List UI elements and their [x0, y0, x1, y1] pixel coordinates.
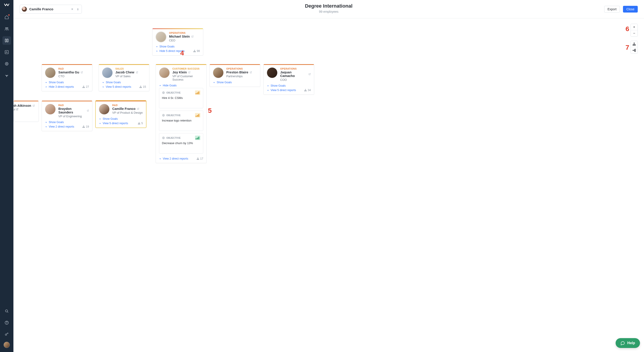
nav-analytics[interactable] — [2, 48, 11, 56]
person-name: Joy Klein — [172, 71, 187, 74]
person-card[interactable]: R&D Braydon Saunders VP of Engineering S… — [42, 101, 92, 131]
notification-dot-icon — [8, 14, 10, 16]
nav-home[interactable] — [2, 13, 11, 22]
dept-label: OPERATIONS — [169, 32, 194, 34]
external-link-icon[interactable] — [191, 35, 194, 38]
svg-rect-59 — [634, 45, 634, 46]
external-link-icon[interactable] — [136, 71, 138, 74]
objective-text: Hire 4 Sr. CSMs — [162, 96, 200, 100]
help-widget[interactable]: Help — [616, 338, 640, 348]
svg-rect-24 — [194, 52, 194, 52]
toggle-reports-link[interactable]: Hide 5 direct reports — [156, 50, 185, 53]
svg-rect-57 — [634, 43, 634, 44]
org-chart-canvas[interactable]: OPERATIONS Michael Stein CEO Show Goals … — [14, 18, 644, 352]
nav-goals[interactable] — [2, 60, 11, 68]
export-button[interactable]: Export — [604, 6, 620, 13]
objective-status-icon — [195, 90, 200, 95]
person-name: Samantha Gu — [58, 71, 79, 74]
toggle-reports-link[interactable]: Hide 3 direct reports — [45, 85, 74, 88]
person-card[interactable]: R&D Samantha Gu CTO Show Goals Hide 3 di… — [42, 64, 92, 91]
total-reports: 34 — [304, 89, 311, 92]
svg-point-35 — [162, 92, 164, 94]
target-icon — [162, 91, 165, 94]
dept-label: SALES — [116, 67, 138, 70]
person-title: CEO — [169, 39, 194, 42]
person-title: COO — [280, 78, 311, 82]
external-link-icon[interactable] — [250, 71, 252, 74]
picker-caret-icon[interactable]: ▴ ▾ — [76, 8, 80, 11]
toggle-reports-link[interactable]: View 5 direct reports — [102, 85, 131, 88]
dept-label: OPERATIONS — [280, 67, 311, 70]
picker-clear-button[interactable]: ✕ — [70, 8, 74, 11]
toggle-reports-link[interactable]: View 5 direct reports — [99, 122, 128, 125]
external-link-icon[interactable] — [32, 105, 35, 107]
total-reports: 5 — [138, 122, 143, 125]
focus-person-picker[interactable]: Camille Franco ✕ ▴ ▾ — [20, 5, 82, 14]
top-bar: Camille Franco ✕ ▴ ▾ Degree Internationa… — [14, 0, 644, 18]
zoom-controls: + − — [630, 24, 638, 37]
external-link-icon[interactable] — [188, 71, 190, 74]
nav-people[interactable] — [2, 25, 11, 33]
objective-card[interactable]: OBJECTIVE Increase logo retention — [159, 111, 203, 131]
show-goals-link[interactable]: Show Goals — [102, 81, 146, 84]
nav-help[interactable] — [2, 318, 11, 327]
show-goals-link[interactable]: Show Goals — [45, 81, 89, 84]
svg-rect-53 — [139, 122, 139, 123]
close-button[interactable]: Close — [623, 6, 638, 13]
view-tree-button[interactable] — [631, 41, 638, 47]
show-goals-link[interactable]: Show Goals — [213, 81, 257, 84]
user-avatar[interactable] — [4, 342, 10, 348]
toggle-reports-link[interactable]: View 5 direct reports — [267, 89, 296, 92]
svg-rect-41 — [198, 158, 198, 158]
external-link-icon[interactable] — [87, 109, 89, 112]
nav-org-chart[interactable] — [2, 36, 11, 45]
view-horizontal-button[interactable] — [631, 47, 638, 54]
app-logo-icon — [4, 3, 10, 7]
svg-rect-60 — [635, 45, 636, 46]
toggle-reports-link[interactable]: View 2 direct reports — [45, 125, 74, 128]
person-card[interactable]: SALES Jacob Chew VP of Sales Show Goals … — [98, 64, 149, 91]
objective-status-icon — [195, 136, 200, 140]
person-title: of IT — [14, 108, 35, 111]
svg-rect-47 — [305, 91, 306, 91]
svg-rect-23 — [194, 50, 195, 51]
chat-icon — [620, 341, 625, 345]
dept-label: R&D — [58, 104, 89, 107]
svg-rect-30 — [84, 88, 85, 88]
show-goals-link[interactable]: Show Goals — [45, 121, 89, 124]
person-card[interactable]: OPERATIONS Jaquan Camacho COO Show Goals… — [264, 64, 314, 95]
zoom-out-button[interactable]: − — [631, 30, 638, 37]
hide-goals-link[interactable]: Hide Goals — [159, 84, 203, 87]
person-card[interactable]: OPERATIONS Preston Blaire Partnerships S… — [210, 64, 260, 87]
svg-rect-25 — [194, 52, 195, 52]
external-link-icon[interactable] — [308, 73, 311, 75]
nav-growth[interactable] — [2, 71, 11, 80]
objective-card[interactable]: OBJECTIVE Decrease churn by 13% — [159, 133, 203, 154]
employee-count: 99 employees — [305, 10, 353, 14]
total-reports: 98 — [193, 50, 200, 53]
person-card-clipped[interactable]: ah Atkinson of IT — [14, 101, 39, 122]
objective-text: Decrease churn by 13% — [162, 141, 200, 145]
person-name: Preston Blaire — [226, 71, 248, 74]
avatar-icon — [213, 67, 224, 78]
toggle-reports-link[interactable]: View 2 direct reports — [159, 157, 188, 160]
objective-card[interactable]: OBJECTIVE Hire 4 Sr. CSMs — [159, 88, 203, 108]
svg-rect-42 — [197, 159, 198, 160]
person-card-root[interactable]: OPERATIONS Michael Stein CEO Show Goals … — [152, 28, 203, 56]
external-link-icon[interactable] — [80, 71, 83, 74]
nav-admin[interactable] — [2, 330, 11, 338]
show-goals-link[interactable]: Show Goals — [99, 117, 143, 120]
zoom-in-button[interactable]: + — [631, 24, 638, 30]
person-card[interactable]: CUSTOMER SUCCESS Joy Klein VP of Custome… — [156, 64, 206, 163]
external-link-icon[interactable] — [137, 108, 139, 110]
svg-point-36 — [163, 92, 164, 93]
person-title: VP of Product & Design — [112, 111, 143, 114]
show-goals-link[interactable]: Show Goals — [156, 45, 200, 48]
show-goals-link[interactable]: Show Goals — [267, 84, 311, 87]
svg-point-39 — [162, 137, 164, 139]
picker-name: Camille Franco — [29, 7, 68, 11]
person-card-selected[interactable]: R&D Camille Franco VP of Product & Desig… — [96, 101, 146, 128]
nav-search[interactable] — [2, 307, 11, 315]
svg-rect-61 — [633, 50, 634, 51]
dept-label: R&D — [58, 67, 83, 70]
